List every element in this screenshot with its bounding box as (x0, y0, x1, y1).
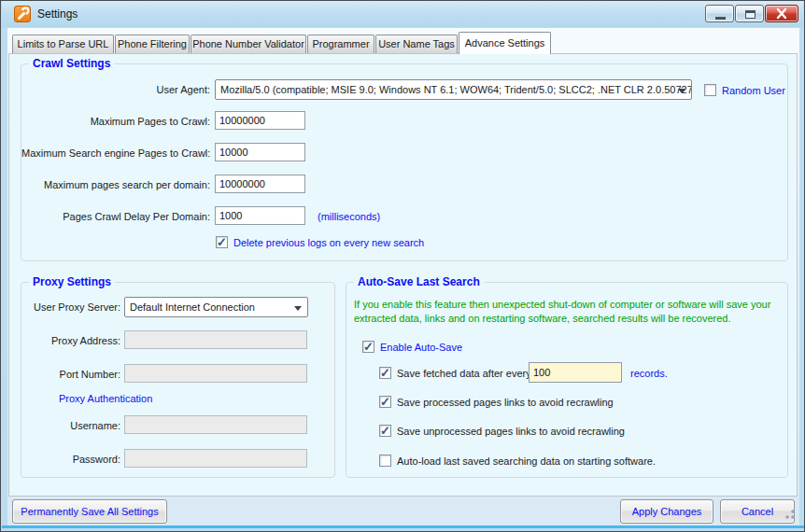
dropdown-arrow-icon (294, 306, 302, 311)
save-processed-checkbox[interactable] (379, 396, 391, 408)
tab-advance-settings[interactable]: Advance Settings (459, 32, 551, 54)
save-unprocessed-checkbox[interactable] (379, 425, 391, 437)
password-input (124, 449, 307, 468)
port-number-input (124, 364, 307, 383)
save-fetched-label: Save fetched data after every (397, 367, 531, 380)
max-search-engine-pages-input[interactable] (215, 143, 305, 161)
milliseconds-label: (milliseconds) (318, 210, 380, 223)
close-button[interactable] (765, 5, 798, 22)
tab-phone-number-validator[interactable]: Phone Number Validator (191, 35, 306, 54)
proxy-address-input (124, 330, 307, 349)
user-agent-combobox[interactable]: Mozilla/5.0 (compatible; MSIE 9.0; Windo… (215, 79, 692, 100)
crawl-settings-title: Crawl Settings (29, 57, 114, 70)
frame-bottom-highlight (2, 525, 805, 528)
max-pages-per-domain-input[interactable] (215, 175, 305, 193)
maximize-icon (745, 10, 756, 19)
save-processed-label: Save processed pages links to avoid recr… (397, 396, 614, 409)
auto-save-description-line1: If you enable this feature then unexpect… (354, 298, 770, 311)
auto-save-title: Auto-Save Last Search (354, 275, 484, 288)
delete-logs-checkbox[interactable] (216, 236, 228, 248)
settings-window: { "window": { "title": "Settings" }, "ta… (0, 0, 805, 532)
tab-programmer[interactable]: Programmer (307, 35, 374, 54)
title-bar[interactable]: Settings (2, 1, 803, 27)
advance-settings-page: Crawl Settings User Agent: Mozilla/5.0 (… (8, 53, 798, 497)
user-agent-value: Mozilla/5.0 (compatible; MSIE 9.0; Windo… (220, 84, 692, 95)
cancel-button[interactable]: Cancel (720, 499, 795, 524)
tab-user-name-tags[interactable]: User Name Tags (375, 35, 458, 54)
proxy-authentication-heading: Proxy Authentication (59, 392, 152, 405)
save-unprocessed-label: Save unprocessed pages links to avoid re… (397, 425, 625, 438)
auto-save-description-line2: extracted data, links and on restarting … (354, 312, 731, 325)
apply-changes-button[interactable]: Apply Changes (620, 499, 713, 524)
user-proxy-server-combobox[interactable]: Default Internet Connection (124, 297, 308, 317)
tab-limits-to-parse-url[interactable]: Limits to Parse URL (12, 35, 114, 54)
crawl-delay-label: Pages Crawl Delay Per Domain: (21, 210, 210, 223)
minimize-icon (715, 17, 726, 20)
resize-grip-icon[interactable] (785, 510, 795, 519)
port-number-label: Port Number: (23, 368, 120, 381)
records-label: records. (630, 367, 668, 380)
proxy-address-label: Proxy Address: (23, 334, 120, 347)
max-pages-label: Maximum Pages to Crawl: (21, 115, 210, 128)
random-user-checkbox[interactable] (704, 84, 716, 96)
autoload-label: Auto-load last saved searching data on s… (397, 455, 656, 468)
minimize-button[interactable] (705, 5, 734, 22)
random-user-label: Random User (722, 84, 785, 97)
proxy-settings-group: Proxy Settings User Proxy Server: Defaul… (21, 282, 335, 478)
user-proxy-server-label: User Proxy Server: (23, 301, 120, 314)
max-pages-per-domain-label: Maximum pages search per domain: (21, 178, 210, 191)
save-records-count-input[interactable] (529, 362, 622, 383)
user-agent-label: User Agent: (21, 83, 210, 96)
crawl-settings-group: Crawl Settings User Agent: Mozilla/5.0 (… (21, 63, 788, 261)
autoload-checkbox[interactable] (379, 455, 391, 467)
window-title: Settings (37, 7, 78, 21)
delete-logs-label: Delete previous logs on every new search (233, 236, 424, 249)
tab-phone-filtering[interactable]: Phone Filtering (115, 35, 190, 54)
close-icon (766, 6, 798, 21)
crawl-delay-input[interactable] (215, 206, 305, 225)
user-proxy-server-value: Default Internet Connection (130, 301, 255, 313)
wrench-app-icon (14, 6, 31, 22)
dropdown-arrow-icon (678, 89, 685, 93)
maximize-button[interactable] (735, 5, 764, 22)
username-input (124, 415, 307, 434)
enable-auto-save-checkbox[interactable] (362, 341, 374, 353)
password-label: Password: (23, 453, 120, 466)
username-label: Username: (23, 419, 120, 432)
auto-save-group: Auto-Save Last Search If you enable this… (346, 282, 788, 478)
max-search-engine-pages-label: Maximum Search engine Pages to Crawl: (21, 147, 210, 160)
max-pages-input[interactable] (215, 111, 305, 130)
enable-auto-save-label: Enable Auto-Save (380, 341, 462, 354)
permanently-save-all-settings-button[interactable]: Permanently Save All Settings (12, 499, 167, 524)
proxy-settings-title: Proxy Settings (29, 275, 115, 288)
save-fetched-checkbox[interactable] (379, 367, 391, 379)
